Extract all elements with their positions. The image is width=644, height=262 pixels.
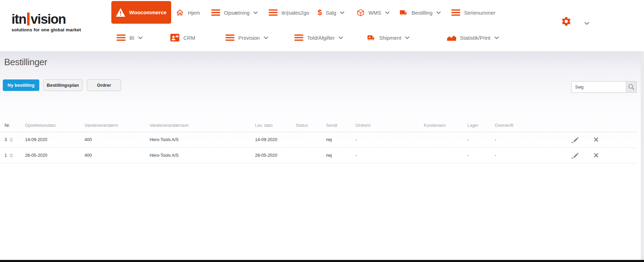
cell-sendt: nej — [326, 148, 356, 163]
search-box — [571, 81, 637, 93]
cell-ordrenr: - — [356, 148, 424, 163]
edit-button[interactable] — [571, 136, 579, 144]
order-nr: 3 — [5, 137, 7, 142]
cell-sendt: nej — [326, 132, 356, 148]
settings-gear-button[interactable] — [561, 16, 572, 28]
column-header-overskrift[interactable]: Overskrift — [495, 121, 571, 132]
package-icon — [357, 9, 365, 17]
cell-lev-dato: 26-05-2020 — [255, 148, 296, 163]
dollar-icon: $ — [318, 9, 322, 16]
table-header-row: Nr. Oprettelsesdato Vareleverandørnr. Va… — [0, 121, 637, 132]
column-header-vareleverandornr[interactable]: Vareleverandørnr. — [85, 121, 150, 132]
cell-kundenavn — [424, 132, 467, 148]
hamburger-icon — [451, 9, 460, 16]
nav-item-statistik-print[interactable]: Statistik/Print — [447, 32, 499, 44]
hamburger-icon — [117, 34, 126, 41]
close-icon — [594, 137, 598, 142]
nav-item-shipment[interactable]: Shipment — [366, 32, 410, 44]
search-button[interactable] — [626, 82, 636, 92]
edit-button[interactable] — [571, 151, 579, 159]
expand-chevron-icon[interactable] — [9, 138, 13, 142]
nav-told-afgifter-label: Told/Afgifter — [307, 35, 335, 41]
truck-icon — [399, 9, 408, 16]
column-header-lager[interactable]: Lager — [467, 121, 495, 132]
nav-woocommerce-label: Woocommerce — [129, 9, 166, 15]
nav-bestilling-label: Bestilling — [412, 10, 432, 16]
column-header-ordrenr[interactable]: Ordrenr. — [356, 121, 424, 132]
chevron-down-icon — [264, 36, 268, 39]
chevron-down-icon — [494, 36, 499, 39]
table-row: 3 14-09-2020 400 Hero-Tools A/S 14-09-20… — [0, 132, 637, 148]
cell-status — [296, 148, 326, 163]
orders-table: Nr. Oprettelsesdato Vareleverandørnr. Va… — [0, 121, 637, 163]
settings-chevron[interactable] — [584, 20, 589, 26]
app-screen: itnvision solutions for one global marke… — [0, 0, 644, 262]
new-order-button[interactable]: Ny bestilling — [3, 79, 39, 91]
nav-wms-label: WMS — [368, 10, 381, 16]
contact-card-icon — [170, 34, 180, 41]
gear-icon — [561, 16, 572, 27]
pencil-icon — [571, 152, 579, 159]
delete-button[interactable] — [593, 152, 599, 158]
nav-item-woocommerce[interactable]: Woocommerce — [111, 1, 171, 24]
delete-button[interactable] — [593, 137, 599, 142]
table-row: 1 26-05-2020 400 Hero-Tools A/S 26-05-20… — [0, 148, 637, 163]
nav-item-crm[interactable]: CRM — [170, 32, 195, 44]
area-chart-icon — [447, 34, 456, 41]
hamburger-icon — [269, 9, 278, 16]
page-title: Bestillinger — [4, 57, 47, 68]
warning-triangle-icon — [116, 8, 125, 17]
top-navbar: itnvision solutions for one global marke… — [0, 0, 644, 51]
order-nr: 1 — [5, 153, 7, 158]
nav-item-bi[interactable]: BI — [117, 32, 143, 44]
order-plan-button[interactable]: Bestillingsplan — [43, 79, 82, 91]
nav-item-opsaetning[interactable]: Opsætning — [211, 7, 258, 18]
column-header-oprettelsesdato[interactable]: Oprettelsesdato — [25, 121, 85, 132]
hamburger-icon — [211, 9, 220, 16]
brand-logo-text: itnvision — [11, 13, 81, 26]
chevron-down-icon — [385, 11, 390, 14]
chevron-down-icon — [340, 11, 344, 14]
column-header-status[interactable]: Status — [296, 121, 326, 132]
pencil-icon — [571, 136, 579, 143]
nav-item-hjem[interactable]: Hjem — [176, 7, 200, 18]
nav-crm-label: CRM — [183, 35, 195, 41]
search-input[interactable] — [572, 82, 626, 92]
column-header-lev-dato[interactable]: Lev. dato — [255, 121, 296, 132]
column-header-sendt[interactable]: Sendt — [326, 121, 356, 132]
chevron-down-icon — [405, 36, 410, 39]
cell-status — [296, 132, 326, 148]
orders-button[interactable]: Ordrer — [87, 79, 121, 91]
nav-serienummer-label: Serienummer — [464, 10, 495, 16]
nav-item-serienummer[interactable]: Serienummer — [451, 7, 495, 18]
nav-item-salg[interactable]: $ Salg — [318, 7, 344, 18]
close-icon — [594, 153, 598, 157]
nav-hjem-label: Hjem — [188, 10, 200, 16]
cell-vareleverandornr: 400 — [85, 132, 150, 148]
nav-item-provision[interactable]: Provision — [225, 32, 268, 44]
bottom-edge-bar — [0, 260, 644, 262]
hamburger-icon — [294, 34, 303, 41]
expand-chevron-icon[interactable] — [9, 153, 13, 158]
column-header-vareleverandornavn[interactable]: Vareleverandørnavn — [150, 121, 255, 132]
chevron-down-icon — [253, 11, 258, 14]
cell-kundenavn — [424, 148, 467, 163]
home-icon — [176, 8, 184, 17]
nav-item-told-afgifter[interactable]: Told/Afgifter — [294, 32, 343, 44]
shipping-truck-icon — [366, 34, 375, 41]
column-header-kundenavn[interactable]: Kundenavn — [424, 121, 467, 132]
nav-item-bestilling[interactable]: Bestilling — [399, 7, 441, 18]
nav-item-wms[interactable]: WMS — [357, 7, 390, 18]
cell-vareleverandornavn: Hero-Tools A/S — [150, 132, 255, 148]
brand-tagline: solutions for one global market — [11, 27, 81, 32]
column-header-actions2 — [593, 121, 637, 132]
nav-item-sales2go[interactable]: itn|sales2go — [269, 7, 309, 18]
column-header-actions — [571, 121, 593, 132]
brand-logo-divider — [27, 13, 30, 25]
cell-oprettelsesdato: 14-09-2020 — [25, 132, 85, 148]
nav-provision-label: Provision — [238, 35, 260, 41]
column-header-nr[interactable]: Nr. — [0, 121, 25, 132]
cell-ordrenr: - — [356, 132, 424, 148]
cell-vareleverandornavn: Hero-Tools A/S — [150, 148, 255, 163]
nav-opsaetning-label: Opsætning — [224, 10, 249, 16]
